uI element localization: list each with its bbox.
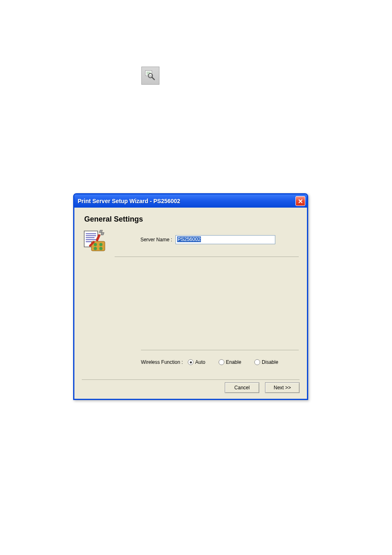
- wizard-magnify-icon: [145, 70, 156, 81]
- wizard-toolbar-button[interactable]: [141, 67, 159, 85]
- server-name-input[interactable]: PS256002: [175, 235, 275, 244]
- svg-point-15: [94, 247, 97, 250]
- settings-document-icon: [83, 229, 108, 254]
- close-icon: ✕: [298, 198, 303, 204]
- wireless-disable-radio[interactable]: Disable: [254, 359, 278, 365]
- radio-label-enable: Enable: [226, 359, 241, 365]
- svg-point-13: [94, 243, 97, 246]
- separator: [82, 379, 300, 380]
- close-button[interactable]: ✕: [295, 196, 305, 206]
- section-title: General Settings: [84, 215, 299, 224]
- dialog-title: Print Server Setup Wizard - PS256002: [78, 198, 180, 204]
- svg-line-5: [152, 77, 154, 80]
- setup-wizard-dialog: Print Server Setup Wizard - PS256002 ✕ G…: [73, 193, 308, 400]
- radio-icon: [254, 359, 260, 365]
- svg-point-16: [99, 247, 103, 250]
- svg-point-14: [99, 243, 103, 246]
- cancel-button[interactable]: Cancel: [225, 382, 259, 393]
- radio-label-disable: Disable: [262, 359, 278, 365]
- title-bar[interactable]: Print Server Setup Wizard - PS256002 ✕: [74, 194, 307, 208]
- next-button[interactable]: Next >>: [265, 382, 300, 393]
- wireless-enable-radio[interactable]: Enable: [219, 359, 241, 365]
- radio-icon: [188, 359, 194, 365]
- radio-icon: [219, 359, 224, 365]
- wireless-function-row: Wireless Function : Auto Enable Disable: [141, 350, 299, 365]
- dialog-body: General Settings: [74, 208, 307, 399]
- server-name-label: Server Name :: [115, 237, 172, 243]
- wireless-function-label: Wireless Function :: [141, 359, 183, 365]
- wireless-auto-radio[interactable]: Auto: [188, 359, 205, 365]
- radio-label-auto: Auto: [195, 359, 205, 365]
